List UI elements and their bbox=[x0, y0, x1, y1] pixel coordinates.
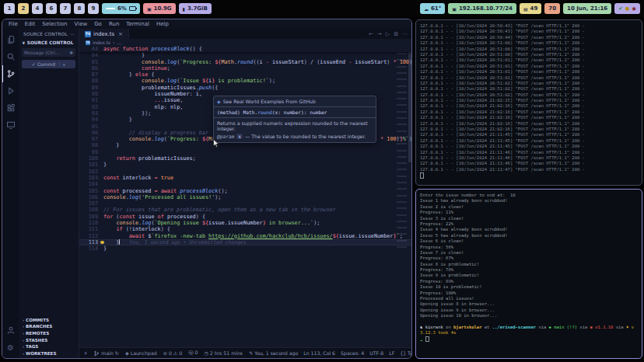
menu-item-selection[interactable]: Selection bbox=[42, 21, 67, 27]
go-back-icon[interactable]: ← bbox=[369, 31, 373, 37]
extensions-icon[interactable] bbox=[2, 99, 19, 117]
breadcrumb-tail[interactable]: … bbox=[117, 40, 121, 45]
code-line[interactable]: 101} bbox=[79, 162, 411, 168]
code-editor[interactable]: 44async function processBlock() {84 }85 … bbox=[79, 46, 411, 347]
workspace-button-2[interactable]: 2 bbox=[18, 3, 29, 14]
menu-item-help[interactable]: Help bbox=[156, 21, 169, 27]
commit-button[interactable]: ✓ Commit ∨ bbox=[22, 60, 75, 68]
code-line[interactable]: 112 await $`firefox -new-tab https://git… bbox=[79, 233, 411, 239]
prompt-input-line[interactable]: → bbox=[420, 336, 638, 342]
tray-app-icon[interactable]: ● bbox=[625, 6, 630, 12]
tab-close-icon[interactable]: × bbox=[118, 31, 123, 37]
workspace-button-8[interactable]: 8 bbox=[74, 3, 85, 14]
code-line[interactable]: 111 if (!interlock) { bbox=[79, 226, 411, 232]
vscode-window: FileEditSelectionViewGoRunTerminalHelp bbox=[2, 19, 412, 359]
tray-check-icon[interactable]: ✔ bbox=[618, 6, 622, 12]
code-line[interactable]: 84 } bbox=[79, 52, 411, 58]
panel-more-icon[interactable]: ⋯ bbox=[70, 32, 75, 37]
menu-item-run[interactable]: Run bbox=[109, 21, 119, 27]
code-line[interactable]: 113 }You, 1 second ago • Uncommitted cha… bbox=[79, 239, 411, 245]
minimap[interactable] bbox=[397, 53, 407, 249]
account-icon[interactable] bbox=[2, 322, 19, 339]
workspace-button-7[interactable]: 7 bbox=[60, 3, 71, 14]
run-file-icon[interactable]: ▷ bbox=[386, 31, 390, 37]
code-line[interactable]: 99 bbox=[79, 149, 411, 155]
status-cursor-position[interactable]: Ln 113, Col 6 bbox=[303, 350, 335, 356]
sticky-code-line[interactable]: 44async function processBlock() { bbox=[79, 46, 411, 52]
status-indentation[interactable]: Spaces: 4 bbox=[341, 350, 364, 356]
explorer-icon[interactable] bbox=[2, 31, 19, 48]
workspace-button-9[interactable]: 9 bbox=[88, 3, 99, 14]
code-line[interactable]: 88 console.log(`Issue ${i} is problemati… bbox=[79, 78, 411, 84]
chevron-right-icon: › bbox=[23, 324, 24, 329]
code-line[interactable]: 103const interlock = true bbox=[79, 175, 411, 181]
section-chevron-icon[interactable]: ∨ bbox=[22, 40, 26, 45]
search-icon[interactable] bbox=[2, 48, 19, 65]
tooltip-header-link[interactable]: See Real World Examples From GitHub bbox=[223, 99, 316, 104]
workspace-button-4[interactable]: 4 bbox=[32, 3, 43, 14]
menu-item-view[interactable]: View bbox=[75, 21, 88, 27]
menu-item-terminal[interactable]: Terminal bbox=[126, 21, 149, 27]
line-number: 112 bbox=[79, 233, 103, 239]
code-line[interactable]: 102 bbox=[79, 169, 411, 175]
scm-section-commits[interactable]: ›COMMITS bbox=[19, 316, 79, 323]
code-line[interactable]: 100 return problematicIssues; bbox=[79, 155, 411, 162]
status-counter[interactable]: Ⓦ 0 bbox=[188, 350, 198, 357]
terminal-http-log[interactable]: 127.0.0.1 - - [10/Jun/2024 20:50:43] "PO… bbox=[415, 19, 642, 186]
code-line[interactable]: 109for (const issue of processed) { bbox=[79, 214, 411, 220]
breadcrumb-file[interactable]: index.ts bbox=[93, 40, 110, 45]
commit-dropdown-icon[interactable]: ∨ bbox=[59, 62, 65, 67]
code-line[interactable]: 87 } else { bbox=[79, 71, 411, 78]
editor-scrollbar[interactable] bbox=[408, 46, 411, 162]
code-line[interactable]: 108// For issues that are problematic, o… bbox=[79, 207, 411, 213]
workspace-button-6[interactable]: 6 bbox=[46, 3, 57, 14]
tab-index-ts[interactable]: TS index.ts × bbox=[79, 29, 129, 39]
menu-item-edit[interactable]: Edit bbox=[25, 21, 36, 27]
remote-explorer-icon[interactable] bbox=[2, 117, 19, 134]
code-line[interactable]: 86 continue; bbox=[79, 65, 411, 71]
scm-section-tags[interactable]: ›TAGS bbox=[19, 343, 79, 350]
chevron-right-icon: › bbox=[23, 318, 24, 322]
code-line[interactable]: 106console.log('Processed all issues!'); bbox=[79, 194, 411, 200]
status-blame-status[interactable]: ✎ You, 1 second ago bbox=[249, 350, 298, 356]
status-problems[interactable]: ⊘ 0 ⚠ 0 bbox=[163, 350, 183, 356]
tray-camera-icon[interactable]: ◉ bbox=[632, 6, 636, 12]
run-debug-icon[interactable] bbox=[2, 82, 19, 99]
code-line[interactable]: 104 bbox=[79, 181, 411, 187]
menu-item-file[interactable]: File bbox=[9, 21, 18, 27]
scm-section-worktrees[interactable]: ›WORKTREES bbox=[19, 350, 79, 357]
terminal-scanner[interactable]: Enter the issue number to end at: 10Issu… bbox=[415, 189, 642, 359]
code-line[interactable]: 85 console.log(`Progress: ${Math.round((… bbox=[79, 59, 411, 65]
scm-section-stashes[interactable]: ›STASHES bbox=[19, 336, 79, 343]
weather-temp: 61° bbox=[431, 5, 441, 12]
more-actions-icon[interactable]: ⋯ bbox=[402, 31, 408, 37]
status-language-mode[interactable]: {} TypeScript bbox=[400, 350, 412, 356]
copilot-sparkle-icon[interactable]: ✱ bbox=[69, 50, 73, 55]
code-line[interactable]: 105const processed = await processBlock(… bbox=[79, 188, 411, 194]
status-launchpad[interactable]: ◈ Launchpad bbox=[125, 350, 157, 356]
log-line: 127.0.0.1 - - [10/Jun/2024 20:50:43] "PO… bbox=[420, 29, 638, 34]
settings-gear-icon[interactable]: ⚙ bbox=[2, 339, 19, 356]
workspace-button-1[interactable]: 1 bbox=[4, 3, 15, 14]
code-line[interactable]: 114} bbox=[79, 245, 411, 252]
status-git-branch[interactable]: main ↻ bbox=[93, 350, 119, 357]
commit-message-input[interactable]: Message (Ctrl... ✱ bbox=[22, 48, 75, 57]
go-forward-icon[interactable]: → bbox=[377, 31, 382, 37]
lightbulb-icon[interactable] bbox=[100, 241, 104, 245]
menu-item-go[interactable]: Go bbox=[94, 21, 102, 27]
status-eol[interactable]: LF bbox=[389, 350, 394, 356]
code-line[interactable]: 110 console.log(`Opening issue ${issue.i… bbox=[79, 220, 411, 226]
status-time-tracker[interactable]: ◷ 2 hrs 51 mins bbox=[204, 350, 243, 356]
activity-bar: ⚙ bbox=[2, 29, 19, 358]
scm-section-remotes[interactable]: ›REMOTES bbox=[19, 330, 79, 337]
split-editor-icon[interactable]: ⊞ bbox=[394, 31, 398, 37]
code-line[interactable]: 98 } bbox=[79, 142, 411, 148]
status-remote-indicator[interactable]: ⚡ bbox=[84, 350, 87, 356]
log-line: 127.0.0.1 - - [10/Jun/2024 20:51:02] "PO… bbox=[420, 86, 638, 92]
status-encoding[interactable]: UTF-8 bbox=[369, 350, 383, 356]
breadcrumb[interactable]: TS index.ts › … bbox=[79, 39, 411, 46]
code-line[interactable]: 107 bbox=[79, 200, 411, 207]
source-control-icon[interactable] bbox=[2, 65, 19, 82]
scm-section-branches[interactable]: ›BRANCHES bbox=[19, 323, 79, 330]
code-line[interactable]: 89 problematicIssues.push({ bbox=[79, 85, 411, 91]
